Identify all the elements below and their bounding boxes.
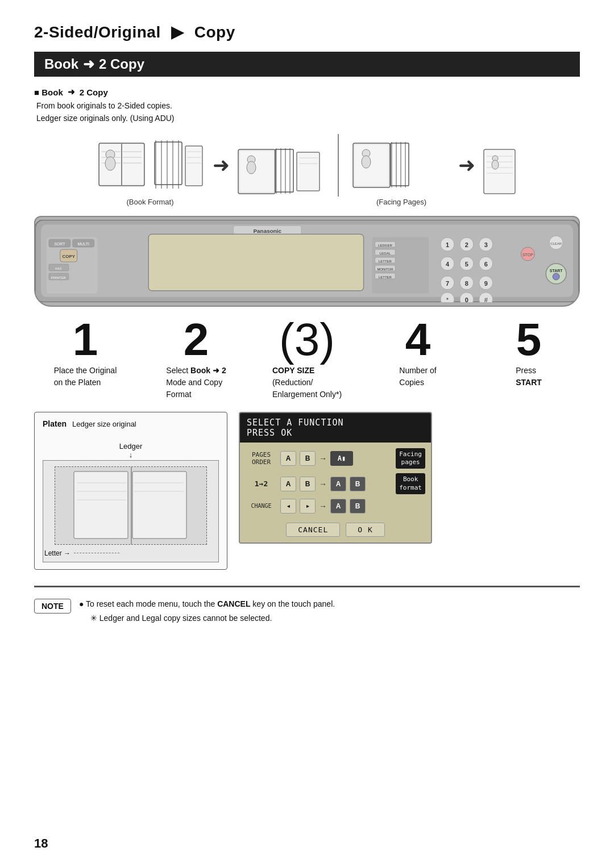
ok-button[interactable]: O K <box>346 523 384 537</box>
svg-text:4: 4 <box>446 261 450 268</box>
svg-point-36 <box>362 156 371 168</box>
asterisk-note: ✳ Ledger and Legal copy sizes cannot be … <box>90 614 335 623</box>
screen-row-3: CHANGE ◂ ▸ → A B <box>246 499 425 514</box>
illus-middle-svg <box>235 144 326 201</box>
svg-text:LETTER: LETTER <box>379 276 392 279</box>
note-content-area: ● To reset each mode menu, touch the CAN… <box>79 598 335 623</box>
svg-rect-17 <box>185 146 202 186</box>
book-desc-heading: ■ Book ➜ 2 Copy <box>34 87 580 97</box>
svg-text:#: # <box>484 297 488 302</box>
svg-text:LETTER: LETTER <box>379 260 392 263</box>
illus-row: (Book Format) ➜ <box>34 134 580 210</box>
svg-text:6: 6 <box>484 261 488 268</box>
svg-text:MULTI: MULTI <box>77 242 89 246</box>
step-3-block: (3) COPY SIZE (Reduction/ Enlargement On… <box>256 317 358 400</box>
svg-point-48 <box>492 160 499 169</box>
step-5-desc: Press START <box>516 365 542 389</box>
main-title-text: 2-Sided/Original ▶ Copy <box>34 23 235 41</box>
svg-text:0: 0 <box>465 297 468 302</box>
screen-row-1: PAGESORDER A B → A▮ Facingpages <box>246 448 425 469</box>
book-desc-line1: From book originals to 2-Sided copies. <box>36 99 580 112</box>
screen-body: PAGESORDER A B → A▮ Facingpages 1→2 A B … <box>240 443 431 519</box>
note-block: NOTE ● To reset each mode menu, touch th… <box>34 598 580 623</box>
svg-point-102 <box>553 273 559 280</box>
main-title-arrow: ▶ <box>171 23 184 41</box>
svg-text:1: 1 <box>446 241 449 248</box>
platen-block: Platen Ledger size original Ledger ↓ <box>34 412 227 570</box>
illus-final-svg <box>481 144 521 201</box>
ledger-arrow-down: ↓ <box>129 450 133 459</box>
main-title-prefix: 2-Sided/Original <box>34 23 161 41</box>
svg-text:START: START <box>550 269 563 273</box>
screen-result-facing: Facingpages <box>396 448 425 469</box>
screen-result-book: Bookformat <box>396 473 425 494</box>
step-1-desc: Place the Original on the Platen <box>54 365 117 389</box>
screen-header: SELECT A FUNCTION PRESS OK <box>240 413 431 443</box>
note-label: NOTE <box>34 599 71 614</box>
svg-rect-64 <box>148 234 363 291</box>
letter-line <box>74 553 119 553</box>
book-desc-line2: Ledger size originals only. (Using ADU) <box>36 112 580 124</box>
screen-header-line1: SELECT A FUNCTION <box>247 418 424 428</box>
illus-label-left: (Book Format) <box>126 198 173 206</box>
step-3-number: (3) <box>279 317 335 362</box>
screen-btn-change1[interactable]: ◂ <box>280 499 296 514</box>
screen-btn-change2[interactable]: ▸ <box>300 499 316 514</box>
svg-text:FAX: FAX <box>55 267 61 270</box>
step-4-number: 4 <box>405 317 431 362</box>
illus-label-right: (Facing Pages) <box>376 198 426 206</box>
section-header-prefix: Book <box>44 56 78 72</box>
lower-area: Platen Ledger size original Ledger ↓ <box>34 412 580 570</box>
svg-point-10 <box>105 157 115 170</box>
book-description-block: ■ Book ➜ 2 Copy From book originals to 2… <box>34 87 580 125</box>
svg-text:8: 8 <box>465 280 468 287</box>
platen-title: Platen <box>43 419 67 428</box>
screen-btn-a2[interactable]: A <box>280 477 296 491</box>
illus-arrow-2: ➜ <box>458 153 475 177</box>
illus-middle <box>235 144 326 201</box>
screen-arrow-1: → <box>319 454 327 463</box>
screen-footer: CANCEL O K <box>240 519 431 542</box>
screen-result-a2: A <box>330 477 346 491</box>
svg-rect-29 <box>275 149 293 192</box>
illus-book-format: (Book Format) <box>93 137 207 206</box>
step-4-desc: Number of Copies <box>399 365 436 389</box>
svg-rect-16 <box>155 142 182 185</box>
step-2-number: 2 <box>184 317 209 362</box>
step-5-block: 5 Press START <box>478 317 580 389</box>
svg-text:5: 5 <box>465 261 468 268</box>
svg-rect-108 <box>132 471 186 539</box>
note-text: ● To reset each mode menu, touch the CAN… <box>79 598 335 611</box>
svg-rect-107 <box>74 471 128 539</box>
illustration-section: (Book Format) ➜ <box>34 134 580 210</box>
illus-arrow-1: ➜ <box>213 153 230 177</box>
svg-text:Panasonic: Panasonic <box>253 228 281 234</box>
page-number: 18 <box>34 836 48 851</box>
screen-btn-b1[interactable]: B <box>300 451 316 466</box>
platen-note: Ledger size original <box>72 420 136 428</box>
printer-svg: Panasonic SORT MULTI COPY FAX PRINTER LE… <box>35 220 579 302</box>
svg-text:*: * <box>446 297 449 302</box>
svg-text:LEDGER: LEDGER <box>378 244 392 247</box>
svg-text:2: 2 <box>465 241 468 248</box>
step-1-number: 1 <box>73 317 98 362</box>
svg-text:PRINTER: PRINTER <box>51 276 67 279</box>
svg-text:CLEAR: CLEAR <box>550 242 562 245</box>
screen-btn-b2[interactable]: B <box>300 477 316 491</box>
svg-rect-34 <box>355 145 388 186</box>
screen-row-2: 1→2 A B → A B Bookformat <box>246 473 425 494</box>
cancel-button[interactable]: CANCEL <box>286 523 340 537</box>
svg-text:7: 7 <box>446 280 449 287</box>
screen-arrow-3: → <box>319 502 327 511</box>
screen-btn-change-b: B <box>350 499 366 514</box>
step-5-number: 5 <box>516 317 542 362</box>
svg-text:SORT: SORT <box>54 242 65 246</box>
section-header-suffix: 2 Copy <box>99 56 144 72</box>
svg-text:COPY: COPY <box>62 254 75 259</box>
step-4-block: 4 Number of Copies <box>367 317 469 389</box>
main-title: 2-Sided/Original ▶ Copy <box>34 23 580 46</box>
screen-btn-change-a: A <box>330 499 346 514</box>
screen-btn-a1[interactable]: A <box>280 451 296 466</box>
screen-panel: SELECT A FUNCTION PRESS OK PAGESORDER A … <box>239 412 432 544</box>
screen-result-1: A▮ <box>330 451 353 466</box>
